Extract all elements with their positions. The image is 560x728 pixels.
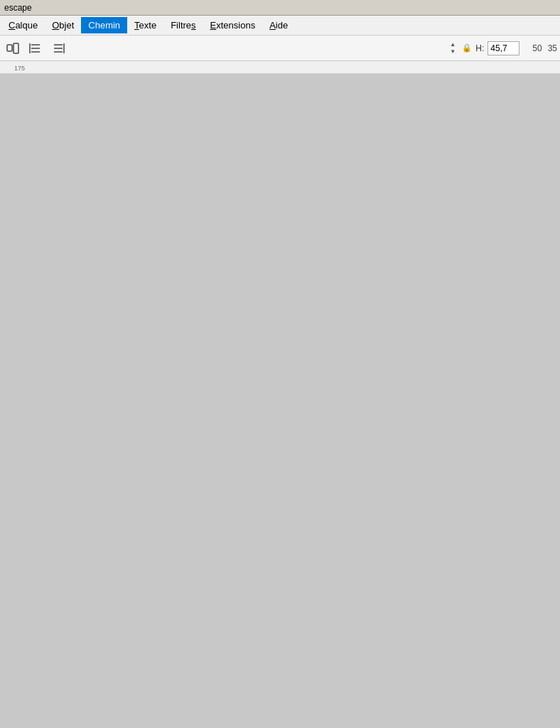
toolbar-icon-3 bbox=[48, 38, 68, 58]
titlebar-text: escape bbox=[4, 3, 32, 13]
toolbar-label-35: 35 bbox=[548, 43, 557, 53]
menu-extensions[interactable]: Extensions bbox=[203, 17, 263, 33]
h-label: H: bbox=[475, 43, 484, 53]
toolbar: ▲ ▼ 🔒 H: 50 35 bbox=[0, 36, 560, 61]
menu-texte[interactable]: Texte bbox=[127, 17, 163, 33]
lock-icon: 🔒 bbox=[462, 43, 472, 53]
titlebar: escape bbox=[0, 0, 560, 16]
menu-calque[interactable]: Calque bbox=[1, 17, 45, 33]
menubar: Calque Objet Chemin Texte Filtres Extens… bbox=[0, 16, 560, 36]
ruler-marks: 175 bbox=[14, 61, 25, 73]
menu-filtres[interactable]: Filtres bbox=[163, 17, 203, 33]
svg-rect-1 bbox=[14, 43, 18, 53]
ruler-horizontal: 175 bbox=[0, 61, 560, 74]
ruler-mark: 175 bbox=[14, 65, 25, 72]
menu-objet[interactable]: Objet bbox=[45, 17, 81, 33]
h-input[interactable] bbox=[488, 41, 519, 55]
svg-rect-0 bbox=[7, 45, 12, 51]
menu-chemin[interactable]: Chemin bbox=[81, 17, 127, 33]
toolbar-icon-2 bbox=[26, 38, 45, 58]
menu-aide[interactable]: Aide bbox=[262, 17, 295, 33]
toolbar-icon-1 bbox=[3, 38, 23, 58]
h-field: ▲ ▼ 🔒 H: bbox=[450, 41, 519, 55]
toolbar-label-50: 50 bbox=[532, 43, 542, 53]
spin-up-down[interactable]: ▲ ▼ bbox=[450, 41, 460, 55]
